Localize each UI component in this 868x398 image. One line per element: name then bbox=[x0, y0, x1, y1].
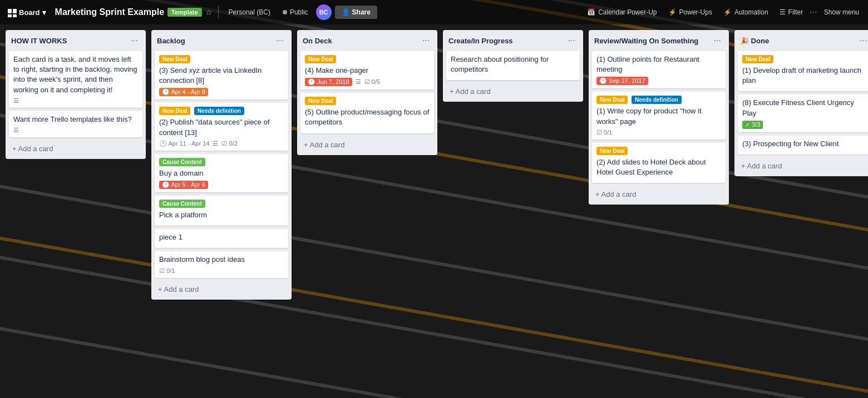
filter-icon: ☰ bbox=[780, 8, 786, 16]
automation-icon: ⚡ bbox=[723, 8, 732, 16]
label-new-deal: New Deal bbox=[742, 55, 773, 63]
more-icon[interactable]: ··· bbox=[810, 7, 817, 17]
list-cards-how-it-works: Each card is a task, and it moves left t… bbox=[6, 49, 146, 140]
label-new-deal: New Deal bbox=[159, 107, 190, 115]
card-backlog-6[interactable]: Brainstorm blog post ideas ☑ 0/1 ✎ bbox=[155, 251, 288, 277]
card-title: (5) Outline product/messaging focus of c… bbox=[305, 107, 430, 127]
card-badges: ☰ bbox=[13, 97, 138, 105]
filter-btn[interactable]: ☰ Filter bbox=[775, 6, 808, 18]
list-header-done: 🎉 Done ··· bbox=[734, 30, 868, 49]
visibility-label: Public bbox=[290, 8, 308, 16]
add-card-btn-done[interactable]: + Add a card bbox=[738, 159, 868, 173]
power-ups-btn[interactable]: ⚡ Power-Ups bbox=[664, 6, 717, 18]
board-title: Marketing Sprint Example bbox=[55, 7, 165, 17]
card-review-3[interactable]: New Deal (2) Add slides to Hotel Deck ab… bbox=[592, 143, 726, 183]
card-done-1[interactable]: New Deal (1) Develop draft of marketing … bbox=[738, 51, 868, 91]
show-menu-label: Show menu bbox=[824, 8, 859, 16]
add-card-btn-create-in-progress[interactable]: + Add a card bbox=[446, 84, 580, 98]
card-backlog-4[interactable]: Cause Content Pick a platform ✎ bbox=[155, 196, 288, 226]
list-header-on-deck: On Deck ··· bbox=[297, 30, 437, 49]
card-title: (2) Publish "data sources" piece of cont… bbox=[159, 117, 284, 137]
card-ondeck-1[interactable]: New Deal (4) Make one-pager 🕐 Jun 7, 201… bbox=[300, 51, 434, 89]
avatar[interactable]: BC bbox=[316, 4, 332, 20]
card-done-3[interactable]: (3) Prospecting for New Client ✎ bbox=[738, 136, 868, 155]
header: Board ▾ Marketing Sprint Example Templat… bbox=[0, 0, 868, 24]
card-backlog-5[interactable]: piece 1 ✎ bbox=[155, 229, 288, 248]
list-backlog: Backlog ··· New Deal (3) Send xyz articl… bbox=[151, 30, 292, 300]
card-badges: 🕐 Apr 4 - Apr 8 bbox=[159, 88, 284, 96]
power-ups-label: Power-Ups bbox=[679, 8, 712, 16]
card-review-1[interactable]: (1) Outline points for Restaurant meetin… bbox=[592, 51, 726, 88]
card-done-2[interactable]: (8) Execute Fitness Client Urgency Play … bbox=[738, 94, 868, 132]
label-new-deal: New Deal bbox=[305, 97, 336, 105]
desc-badge: ☰ bbox=[356, 78, 361, 86]
list-menu-btn-review-waiting[interactable]: ··· bbox=[712, 34, 723, 47]
list-header-review-waiting: Review/Waiting On Something ··· bbox=[589, 30, 729, 49]
add-card-btn-backlog[interactable]: + Add a card bbox=[155, 282, 288, 296]
card-badges: 🕐 Jun 7, 2018 ☰ ☑ 0/5 bbox=[305, 78, 430, 86]
board-icon bbox=[8, 9, 17, 16]
list-menu-btn-create-in-progress[interactable]: ··· bbox=[566, 34, 578, 47]
add-card-btn-review-waiting[interactable]: + Add a card bbox=[592, 187, 726, 201]
list-title-review-waiting: Review/Waiting On Something bbox=[594, 37, 712, 45]
list-cards-on-deck: New Deal (4) Make one-pager 🕐 Jun 7, 201… bbox=[297, 49, 437, 136]
list-title-create-in-progress: Create/In Progress bbox=[448, 37, 566, 45]
list-review-waiting: Review/Waiting On Something ··· (1) Outl… bbox=[589, 30, 729, 205]
card-title: Research about positioning for competito… bbox=[451, 54, 575, 74]
desc-badge: ☰ bbox=[213, 140, 218, 147]
list-done: 🎉 Done ··· New Deal (1) Develop draft of… bbox=[734, 30, 868, 176]
card-title: (1) Write copy for product "how it works… bbox=[596, 106, 721, 126]
list-header-create-in-progress: Create/In Progress ··· bbox=[443, 30, 583, 49]
card-title: Pick a platform bbox=[159, 210, 284, 220]
board-content: HOW IT WORKS ··· Each card is a task, an… bbox=[0, 24, 868, 398]
card-badges: ☰ bbox=[13, 127, 138, 134]
card-backlog-1[interactable]: New Deal (3) Send xyz article via Linked… bbox=[155, 51, 288, 100]
card-ondeck-2[interactable]: New Deal (5) Outline product/messaging f… bbox=[300, 93, 434, 133]
star-icon[interactable]: ☆ bbox=[205, 8, 213, 17]
list-menu-btn-backlog[interactable]: ··· bbox=[274, 34, 286, 47]
checklist-badge: ☑ 0/1 bbox=[596, 129, 612, 136]
checklist-badge: ☑ 0/5 bbox=[364, 78, 380, 86]
list-cards-create-in-progress: Research about positioning for competito… bbox=[443, 49, 583, 82]
checklist-badge: ☑ 0/2 bbox=[221, 140, 237, 147]
due-plain-badge: 🕐 Apr 11 - Apr 14 bbox=[159, 140, 209, 147]
list-how-it-works: HOW IT WORKS ··· Each card is a task, an… bbox=[6, 30, 146, 159]
card-title: Brainstorm blog post ideas bbox=[159, 255, 284, 265]
list-create-in-progress: Create/In Progress ··· Research about po… bbox=[443, 30, 583, 102]
card-backlog-2[interactable]: New Deal Needs definition (2) Publish "d… bbox=[155, 103, 288, 150]
list-menu-btn-on-deck[interactable]: ··· bbox=[420, 34, 432, 47]
list-title-on-deck: On Deck bbox=[303, 37, 420, 45]
board-chevron-icon: ▾ bbox=[42, 8, 46, 17]
calendar-power-up-btn[interactable]: 📅 Calendar Power-Up bbox=[583, 6, 661, 18]
card-cip-1[interactable]: Research about positioning for competito… bbox=[446, 51, 580, 80]
card-title: (4) Make one-pager bbox=[305, 66, 430, 76]
workspace-btn[interactable]: Personal (BC) bbox=[224, 6, 275, 18]
card-want-templates[interactable]: Want more Trello templates like this? ☰ … bbox=[9, 111, 142, 137]
automation-label: Automation bbox=[734, 8, 768, 16]
list-title-backlog: Backlog bbox=[157, 37, 274, 45]
board-label: Board bbox=[19, 8, 40, 17]
description-badge: ☰ bbox=[13, 127, 19, 134]
share-button[interactable]: 👤 Share bbox=[335, 6, 377, 19]
list-menu-btn-done[interactable]: ··· bbox=[857, 34, 868, 47]
automation-btn[interactable]: ⚡ Automation bbox=[719, 6, 773, 18]
list-footer-backlog: + Add a card bbox=[151, 280, 292, 300]
label-new-deal: New Deal bbox=[596, 96, 628, 104]
list-menu-btn-how-it-works[interactable]: ··· bbox=[129, 34, 140, 47]
card-review-2[interactable]: New Deal Needs definition (1) Write copy… bbox=[592, 92, 726, 139]
list-title-done: 🎉 Done bbox=[740, 37, 857, 45]
list-on-deck: On Deck ··· New Deal (4) Make one-pager … bbox=[297, 30, 437, 155]
visibility-btn[interactable]: Public bbox=[278, 6, 313, 18]
add-card-btn-on-deck[interactable]: + Add a card bbox=[300, 138, 434, 152]
card-how-it-works-desc[interactable]: Each card is a task, and it moves left t… bbox=[9, 51, 142, 108]
checklist-badge: ☑ 0/1 bbox=[159, 267, 175, 275]
card-backlog-3[interactable]: Cause Content Buy a domain 🕐 Apr 5 - Apr… bbox=[155, 154, 288, 192]
board-switcher[interactable]: Board ▾ bbox=[4, 6, 50, 19]
add-card-btn-how-it-works[interactable]: + Add a card bbox=[9, 142, 142, 156]
list-header-backlog: Backlog ··· bbox=[151, 30, 292, 49]
card-title: Buy a domain bbox=[159, 168, 284, 178]
show-menu-btn[interactable]: Show menu bbox=[820, 6, 864, 18]
list-title-how-it-works: HOW IT WORKS bbox=[11, 37, 129, 45]
list-footer-create-in-progress: + Add a card bbox=[443, 82, 583, 102]
card-badges: 🕐 Sep 27, 2017 bbox=[596, 77, 721, 85]
